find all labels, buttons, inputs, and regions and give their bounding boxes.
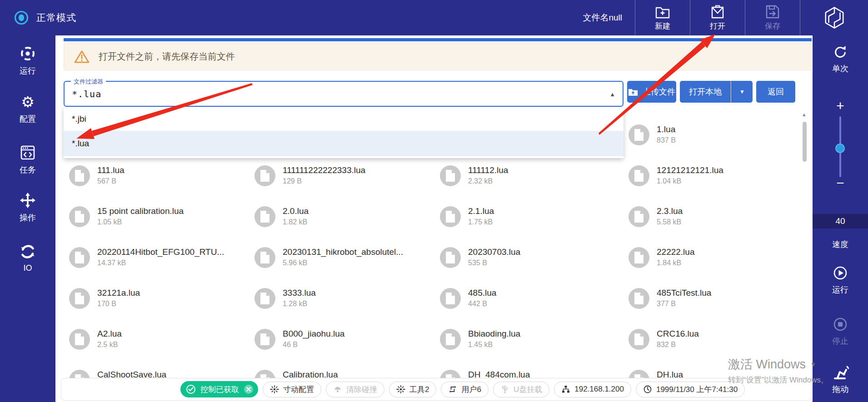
file-size: 837 B: [657, 136, 676, 144]
file-item[interactable]: B000_jiaohu.lua46 B: [254, 329, 427, 350]
sidebar-item-io[interactable]: IO: [0, 243, 55, 273]
file-item[interactable]: 2.1.lua1.75 kB: [440, 206, 613, 227]
file-item[interactable]: 22222.lua1.84 kB: [629, 247, 801, 268]
file-item[interactable]: 2.0.lua1.82 kB: [254, 206, 427, 227]
filename-label: 文件名null: [583, 12, 635, 24]
file-item[interactable]: 111111222222333.lua129 B: [254, 165, 427, 186]
file-size: 377 B: [657, 300, 711, 308]
stop-button[interactable]: 停止: [813, 316, 868, 347]
file-size: 1.84 kB: [657, 259, 694, 267]
file-name: DH_484com.lua: [468, 370, 530, 378]
file-icon: [629, 165, 649, 186]
file-item[interactable]: 32121a.lua170 B: [69, 288, 242, 309]
clock-icon: [643, 385, 652, 394]
file-item[interactable]: 485TciTest.lua377 B: [629, 288, 801, 309]
file-icon: [69, 329, 90, 350]
user-frame-icon: [448, 385, 457, 394]
ip-address-chip[interactable]: 192.168.1.200: [554, 382, 631, 397]
open-file-button[interactable]: 打开: [690, 0, 745, 35]
sidebar-item-task[interactable]: 任务: [0, 144, 55, 175]
file-name: 111.lua: [97, 165, 125, 175]
drag-button[interactable]: 拖动: [813, 363, 868, 395]
close-circle-icon[interactable]: [244, 384, 254, 394]
check-circle-icon: [186, 384, 196, 394]
file-size: 1.75 kB: [468, 218, 494, 226]
save-icon: [765, 5, 780, 19]
jog-config-chip[interactable]: 寸动配置: [263, 382, 321, 397]
file-size: 46 B: [283, 341, 344, 349]
robot-teach-pendant-app: 正常模式 文件名null 新建 打开 保存: [0, 0, 868, 402]
file-icon: [69, 165, 90, 186]
run-button[interactable]: 运行: [813, 265, 868, 295]
file-item[interactable]: Calibration.lua: [254, 370, 427, 378]
file-item[interactable]: 20220114Hitbot_EFG100_RTU...14.37 kB: [69, 247, 242, 268]
file-item[interactable]: 111112.lua2.32 kB: [440, 165, 613, 186]
file-name: 111111222222333.lua: [283, 165, 365, 175]
control-acquired-chip[interactable]: 控制已获取: [180, 381, 258, 397]
tool-label: 工具2: [409, 384, 429, 395]
file-item[interactable]: 20230131_hikrobot_absolutel...5.96 kB: [254, 247, 427, 268]
mode-indicator[interactable]: 正常模式: [0, 0, 76, 35]
file-name: DH.lua: [657, 370, 683, 378]
file-size: 129 B: [283, 177, 365, 185]
file-item[interactable]: DH_484com.lua: [440, 370, 613, 378]
file-size: 5.58 kB: [657, 218, 683, 226]
file-item[interactable]: 2.3.lua5.58 kB: [629, 206, 801, 227]
file-icon: [440, 165, 461, 186]
file-icon: [440, 370, 461, 378]
file-item[interactable]: 111.lua567 B: [69, 165, 242, 186]
new-file-button[interactable]: 新建: [635, 0, 690, 35]
file-name: 20230703.lua: [468, 247, 520, 257]
clear-collision-chip[interactable]: 清除碰撞: [326, 382, 384, 397]
file-icon: [254, 288, 275, 309]
speed-slider-thumb[interactable]: [835, 144, 845, 153]
file-name: 12121212121.lua: [657, 165, 723, 175]
sidebar-item-run[interactable]: 运行: [0, 45, 55, 76]
dropdown-option-lua[interactable]: *.lua: [64, 131, 624, 156]
dropdown-option-jbi[interactable]: *.jbi: [64, 107, 624, 131]
speed-plus-button[interactable]: +: [813, 98, 868, 114]
file-icon: [69, 370, 90, 378]
file-name: B000_jiaohu.lua: [283, 329, 344, 339]
scrollbar-up-icon[interactable]: ▲: [802, 112, 807, 117]
file-icon: [440, 329, 461, 350]
sidebar-item-operate[interactable]: 操作: [0, 192, 55, 223]
sidebar-item-config[interactable]: ⚙ 配置: [0, 94, 55, 124]
file-item[interactable]: CalShootSave.lua: [69, 370, 242, 378]
file-size: 832 B: [657, 341, 699, 349]
left-sidebar: 运行 ⚙ 配置 任务 操作: [0, 35, 55, 402]
file-name: Bbiaoding.lua: [468, 329, 520, 339]
file-item[interactable]: A2.lua2.5 kB: [69, 329, 242, 350]
file-item[interactable]: DH.lua: [629, 370, 801, 378]
tool-icon: [396, 385, 405, 394]
file-icon: [629, 329, 649, 350]
user-chip[interactable]: 用户6: [441, 382, 488, 397]
file-item[interactable]: Bbiaoding.lua1.45 kB: [440, 329, 613, 350]
file-item[interactable]: CRC16.lua832 B: [629, 329, 801, 350]
file-item[interactable]: 1.lua837 B: [629, 124, 801, 145]
file-item[interactable]: 12121212121.lua1.04 kB: [629, 165, 801, 186]
single-cycle-button[interactable]: 单次: [813, 45, 868, 74]
file-item[interactable]: 15 point calibration.lua1.05 kB: [69, 206, 242, 227]
file-size: 1.28 kB: [283, 300, 316, 308]
file-item[interactable]: 20230703.lua535 B: [440, 247, 613, 268]
file-name: 1.lua: [657, 124, 676, 134]
new-file-label: 新建: [655, 21, 670, 31]
scrollbar-thumb[interactable]: [803, 122, 807, 162]
file-icon: [69, 288, 90, 309]
file-item[interactable]: 3333.lua1.28 kB: [254, 288, 427, 309]
file-name: 111112.lua: [468, 165, 508, 175]
tool-chip[interactable]: 工具2: [389, 382, 436, 397]
bottom-status-bar: 控制已获取 寸动配置 清除碰撞 工具2: [61, 378, 812, 401]
filter-dropdown-list: *.jbi *.lua: [64, 107, 624, 158]
file-name: 32121a.lua: [97, 288, 140, 298]
file-name: 20230131_hikrobot_absolutel...: [283, 247, 403, 257]
file-size: 14.37 kB: [97, 259, 224, 267]
speed-minus-button[interactable]: −: [813, 175, 868, 191]
robot-arm-icon: [832, 363, 849, 381]
file-item[interactable]: 485.lua442 B: [440, 288, 613, 309]
save-file-label: 保存: [765, 21, 780, 31]
usb-mount-chip[interactable]: U盘挂载: [493, 382, 549, 397]
datetime-chip[interactable]: 1999/11/30 上午7:41:30: [636, 382, 745, 397]
save-file-button[interactable]: 保存: [745, 0, 800, 35]
